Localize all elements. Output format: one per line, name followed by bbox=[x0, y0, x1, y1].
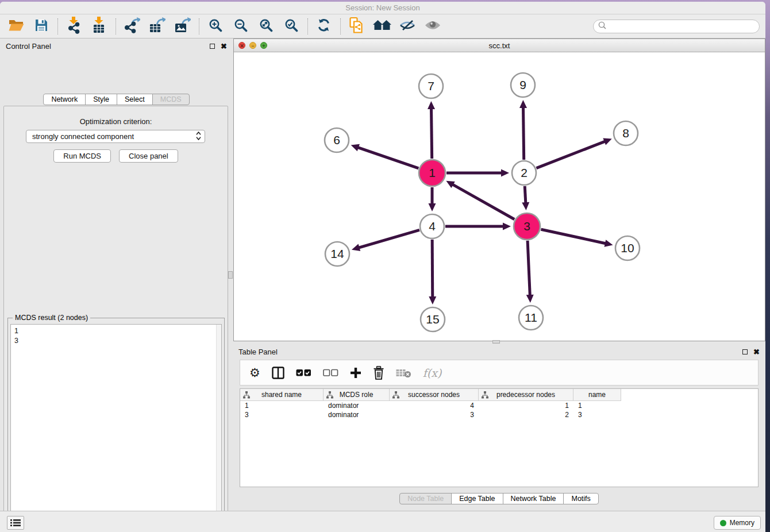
export-network-button[interactable] bbox=[122, 17, 143, 36]
zoom-in-button[interactable] bbox=[205, 17, 226, 36]
add-column-icon[interactable] bbox=[350, 367, 361, 379]
tab-style[interactable]: Style bbox=[85, 94, 117, 105]
export-table-button[interactable] bbox=[147, 17, 168, 36]
node-7[interactable]: 7 bbox=[419, 74, 443, 98]
network-canvas[interactable]: 7968124314101511 bbox=[234, 53, 765, 341]
run-mcds-button[interactable]: Run MCDS bbox=[53, 149, 111, 163]
select-all-icon[interactable] bbox=[296, 369, 311, 377]
function-builder-icon[interactable]: f(x) bbox=[423, 367, 442, 379]
table-tab-edge-table[interactable]: Edge Table bbox=[451, 493, 503, 504]
edge-2-8[interactable] bbox=[536, 141, 605, 168]
svg-text:11: 11 bbox=[525, 311, 537, 324]
svg-text:4: 4 bbox=[429, 219, 436, 233]
edge-2-9[interactable] bbox=[523, 107, 523, 160]
import-network-button[interactable] bbox=[64, 17, 84, 36]
save-session-button[interactable] bbox=[31, 17, 52, 36]
node-2[interactable]: 2 bbox=[512, 161, 536, 185]
memory-button[interactable]: Memory bbox=[714, 516, 761, 530]
table-cell: 3 bbox=[573, 410, 621, 419]
column-header-name[interactable]: name bbox=[573, 389, 621, 401]
edge-3-1[interactable] bbox=[452, 184, 514, 219]
optimization-dropdown[interactable]: strongly connected component bbox=[26, 130, 205, 143]
column-header-MCDS-role[interactable]: MCDS role bbox=[324, 389, 390, 401]
edge-4-14[interactable] bbox=[358, 230, 419, 248]
edge-arrowhead bbox=[526, 295, 534, 303]
zoom-selected-button[interactable] bbox=[281, 17, 302, 36]
node-table: shared nameMCDS rolesuccessor nodesprede… bbox=[240, 388, 759, 487]
window-titlebar[interactable]: Session: New Session bbox=[0, 2, 765, 14]
close-table-panel-icon[interactable]: ✖ bbox=[753, 349, 760, 354]
deselect-all-icon[interactable] bbox=[323, 369, 338, 377]
tab-select[interactable]: Select bbox=[117, 94, 153, 105]
column-header-shared-name[interactable]: shared name bbox=[240, 389, 324, 401]
split-pane-icon[interactable] bbox=[272, 367, 284, 379]
export-image-button[interactable] bbox=[172, 17, 193, 36]
edge-1-6[interactable] bbox=[357, 147, 418, 168]
refresh-layout-button[interactable] bbox=[314, 17, 334, 36]
svg-text:3: 3 bbox=[523, 219, 530, 233]
toolbar-group bbox=[314, 17, 334, 36]
svg-text:14: 14 bbox=[330, 247, 344, 260]
edge-2-3[interactable] bbox=[525, 186, 526, 203]
column-header-predecessor-nodes[interactable]: predecessor nodes bbox=[479, 389, 573, 401]
tab-mcds[interactable]: MCDS bbox=[152, 94, 190, 105]
float-table-panel-icon[interactable] bbox=[742, 349, 748, 354]
column-header-successor-nodes[interactable]: successor nodes bbox=[390, 389, 479, 401]
optimization-dropdown-value: strongly connected component bbox=[32, 132, 134, 141]
edge-3-11[interactable] bbox=[528, 241, 530, 296]
edge-3-10[interactable] bbox=[541, 229, 606, 244]
table-tab-motifs[interactable]: Motifs bbox=[563, 493, 598, 504]
delete-table-icon[interactable] bbox=[396, 368, 411, 378]
table-row[interactable]: 1dominator411 bbox=[240, 401, 758, 410]
tab-network[interactable]: Network bbox=[43, 94, 86, 105]
node-9[interactable]: 9 bbox=[511, 73, 535, 97]
vertical-divider-handle[interactable] bbox=[228, 271, 233, 279]
fit-content-button[interactable] bbox=[372, 17, 392, 36]
task-history-button[interactable] bbox=[7, 516, 24, 530]
svg-text:6: 6 bbox=[333, 133, 340, 147]
float-panel-icon[interactable] bbox=[210, 44, 215, 49]
table-row[interactable]: 3dominator323 bbox=[240, 410, 758, 419]
node-8[interactable]: 8 bbox=[614, 121, 638, 145]
network-window-titlebar[interactable]: ✕ − + scc.txt bbox=[234, 39, 765, 52]
node-3[interactable]: 3 bbox=[514, 213, 540, 240]
delete-column-icon[interactable] bbox=[373, 366, 384, 380]
node-14[interactable]: 14 bbox=[325, 242, 349, 266]
edge-arrowhead bbox=[605, 240, 613, 247]
svg-text:8: 8 bbox=[622, 126, 629, 140]
node-6[interactable]: 6 bbox=[325, 128, 349, 152]
edge-arrowhead bbox=[352, 244, 360, 251]
network-window-title: scc.txt bbox=[234, 39, 765, 52]
node-1[interactable]: 1 bbox=[419, 160, 445, 186]
network-graph[interactable]: 7968124314101511 bbox=[234, 53, 765, 341]
toolbar-group bbox=[64, 17, 110, 36]
mcds-result-textarea[interactable]: 1 3 bbox=[10, 324, 222, 532]
close-panel-icon[interactable]: ✖ bbox=[221, 44, 227, 49]
close-panel-button[interactable]: Close panel bbox=[119, 149, 178, 163]
clone-network-button[interactable] bbox=[346, 17, 367, 36]
search-box[interactable] bbox=[593, 20, 760, 33]
table-cell: 1 bbox=[240, 401, 324, 410]
import-table-button[interactable] bbox=[89, 17, 110, 36]
memory-label: Memory bbox=[730, 519, 754, 527]
show-all-button[interactable] bbox=[422, 17, 443, 36]
open-file-button[interactable] bbox=[6, 17, 26, 36]
settings-icon[interactable]: ⚙ bbox=[249, 367, 260, 379]
edge-4-15[interactable] bbox=[432, 240, 433, 298]
node-4[interactable]: 4 bbox=[420, 214, 444, 238]
fit-content-icon bbox=[373, 19, 391, 34]
node-15[interactable]: 15 bbox=[421, 307, 445, 331]
hide-selected-button[interactable] bbox=[397, 17, 418, 36]
search-input[interactable] bbox=[609, 22, 754, 30]
table-tab-node-table[interactable]: Node Table bbox=[399, 493, 452, 504]
node-11[interactable]: 11 bbox=[519, 306, 543, 330]
zoom-out-button[interactable] bbox=[230, 17, 251, 36]
node-10[interactable]: 10 bbox=[615, 236, 640, 260]
status-bar: Memory bbox=[0, 511, 765, 532]
result-scrollbar[interactable] bbox=[216, 325, 221, 532]
toolbar-separator bbox=[116, 18, 116, 34]
edge-1-7[interactable] bbox=[432, 108, 432, 159]
zoom-fit-button[interactable] bbox=[256, 17, 276, 36]
table-tab-network-table[interactable]: Network Table bbox=[503, 493, 564, 504]
horizontal-divider-handle[interactable] bbox=[492, 340, 500, 344]
